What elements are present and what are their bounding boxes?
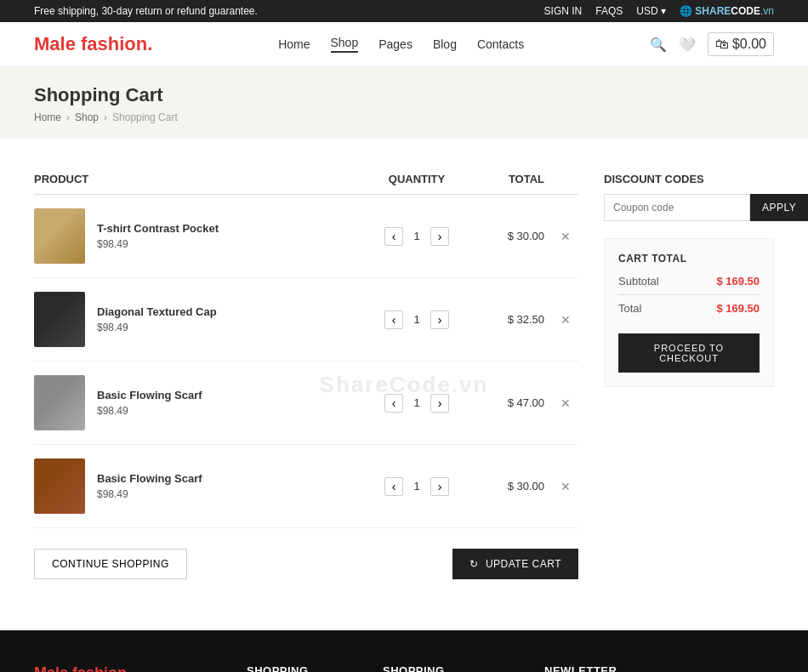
item-total: $ 32.50 [468, 313, 553, 326]
cart-button[interactable]: 🛍 $0.00 [708, 32, 774, 56]
nav-blog[interactable]: Blog [433, 37, 457, 51]
footer-grid: Male fashion. The customer is at the hea… [34, 664, 774, 672]
qty-decrement[interactable]: ‹ [384, 227, 403, 246]
header-icons: 🔍 🤍 🛍 $0.00 [650, 32, 774, 56]
coupon-input[interactable] [604, 194, 750, 221]
page-title: Shopping Cart [34, 84, 774, 106]
footer-brand-col: Male fashion. The customer is at the hea… [34, 664, 221, 672]
qty-value: 1 [410, 480, 424, 493]
header: Male fashion. Home Shop Pages Blog Conta… [0, 22, 808, 67]
nav-home[interactable]: Home [278, 37, 310, 51]
nav-contacts[interactable]: Contacts [477, 37, 524, 51]
breadcrumb-current: Shopping Cart [112, 111, 178, 123]
total-label: Total [618, 302, 641, 315]
item-info: Basic Flowing Scarf $98.49 [34, 375, 366, 430]
qty-control: ‹ 1 › [366, 310, 468, 329]
item-total: $ 47.00 [468, 396, 553, 409]
item-name: Basic Flowing Scarf [97, 389, 202, 401]
footer-newsletter-col: NEWLETTER Be the first to know about new… [544, 664, 774, 672]
logo-text: Male fashion [34, 33, 147, 54]
cart-item: Basic Flowing Scarf $98.49 ‹ 1 › $ 30.00… [34, 445, 578, 528]
qty-value: 1 [410, 230, 424, 242]
qty-decrement[interactable]: ‹ [384, 310, 403, 329]
total-value: $ 169.50 [716, 302, 760, 315]
item-price: $98.49 [97, 238, 219, 250]
item-details: Diagonal Textured Cap $98.49 [97, 305, 217, 333]
discount-section: DISCOUNT CODES APPLY [604, 173, 774, 221]
cart-total-box: CART TOTAL Subtotal $ 169.50 Total $ 169… [604, 238, 774, 387]
item-price: $98.49 [97, 405, 202, 417]
nav-shop[interactable]: Shop [331, 36, 359, 53]
coupon-row: APPLY [604, 194, 774, 221]
breadcrumb-sep-1: › [66, 111, 70, 123]
site-logo[interactable]: Male fashion. [34, 33, 152, 55]
cart-section: PRODUCT QUANTITY TOTAL T-shirt Contrast … [34, 173, 578, 579]
footer: Male fashion. The customer is at the hea… [0, 630, 808, 672]
breadcrumb-area: Shopping Cart Home › Shop › Shopping Car… [0, 67, 808, 139]
breadcrumb: Home › Shop › Shopping Cart [34, 111, 774, 123]
qty-control: ‹ 1 › [366, 477, 468, 496]
footer-logo-text: Male fashion [34, 664, 127, 672]
qty-decrement[interactable]: ‹ [384, 394, 403, 413]
apply-coupon-button[interactable]: APPLY [750, 194, 808, 221]
faqs-link[interactable]: FAQS [595, 5, 623, 17]
remove-item-button[interactable]: ✕ [553, 230, 578, 243]
breadcrumb-home[interactable]: Home [34, 111, 61, 123]
search-icon[interactable]: 🔍 [650, 37, 667, 53]
item-name: T-shirt Contrast Pocket [97, 222, 219, 235]
item-info: Diagonal Textured Cap $98.49 [34, 292, 366, 347]
item-image-scarf [34, 375, 85, 430]
cart-item: T-shirt Contrast Pocket $98.49 ‹ 1 › $ 3… [34, 195, 578, 278]
signin-link[interactable]: SIGN IN [544, 5, 583, 17]
refresh-icon: ↻ [469, 558, 479, 570]
subtotal-label: Subtotal [618, 275, 659, 288]
sharecode-logo-text: 🌐 SHARECODE.vn [680, 5, 774, 17]
main-wrapper: ShareCode.vn PRODUCT QUANTITY TOTAL T-sh… [0, 139, 808, 630]
discount-title: DISCOUNT CODES [604, 173, 774, 185]
item-total: $ 30.00 [468, 230, 553, 242]
qty-value: 1 [410, 313, 424, 326]
col-remove-header [553, 173, 578, 185]
remove-item-button[interactable]: ✕ [553, 313, 578, 327]
update-cart-button[interactable]: ↻ UPDATE CART [452, 549, 578, 579]
item-info: T-shirt Contrast Pocket $98.49 [34, 208, 366, 264]
currency-selector[interactable]: USD ▾ [636, 5, 666, 17]
update-cart-label: UPDATE CART [486, 558, 561, 570]
wishlist-icon[interactable]: 🤍 [679, 37, 696, 53]
remove-item-button[interactable]: ✕ [553, 396, 578, 410]
qty-increment[interactable]: › [430, 310, 449, 329]
qty-decrement[interactable]: ‹ [384, 477, 403, 496]
col-product-header: PRODUCT [34, 173, 366, 185]
qty-control: ‹ 1 › [366, 394, 468, 413]
qty-control: ‹ 1 › [366, 227, 468, 246]
col-qty-header: QUANTITY [366, 173, 468, 185]
sidebar-section: DISCOUNT CODES APPLY CART TOTAL Subtotal… [604, 173, 774, 579]
cart-table-header: PRODUCT QUANTITY TOTAL [34, 173, 578, 195]
item-name: Diagonal Textured Cap [97, 305, 217, 318]
nav-pages[interactable]: Pages [378, 37, 413, 51]
qty-increment[interactable]: › [430, 477, 449, 496]
col-total-header: TOTAL [468, 173, 553, 185]
cart-item: Diagonal Textured Cap $98.49 ‹ 1 › $ 32.… [34, 278, 578, 362]
total-row: Total $ 169.50 [618, 294, 760, 315]
qty-increment[interactable]: › [430, 394, 449, 413]
breadcrumb-sep-2: › [104, 111, 107, 123]
footer-shopping-col2: SHOPPING Contact Us Payment Methods Deli… [383, 664, 519, 672]
footer-col2-title: SHOPPING [383, 664, 519, 672]
item-info: Basic Flowing Scarf $98.49 [34, 458, 366, 514]
cart-total-title: CART TOTAL [618, 253, 760, 265]
item-price: $98.49 [97, 322, 217, 333]
top-bar-right: SIGN IN FAQS USD ▾ 🌐 SHARECODE.vn [544, 5, 774, 17]
remove-item-button[interactable]: ✕ [553, 480, 578, 493]
breadcrumb-shop[interactable]: Shop [75, 111, 99, 123]
cart-actions: CONTINUE SHOPPING ↻ UPDATE CART [34, 549, 578, 579]
top-bar: Free shipping, 30-day return or refund g… [0, 0, 808, 22]
qty-increment[interactable]: › [430, 227, 449, 246]
item-total: $ 30.00 [468, 480, 553, 493]
main-nav: Home Shop Pages Blog Contacts [278, 36, 524, 53]
continue-shopping-button[interactable]: CONTINUE SHOPPING [34, 549, 187, 579]
promo-text: Free shipping, 30-day return or refund g… [34, 5, 258, 17]
cart-amount: $0.00 [732, 37, 766, 52]
checkout-button[interactable]: PROCEED TO CHECKOUT [618, 333, 760, 373]
subtotal-row: Subtotal $ 169.50 [618, 275, 760, 288]
